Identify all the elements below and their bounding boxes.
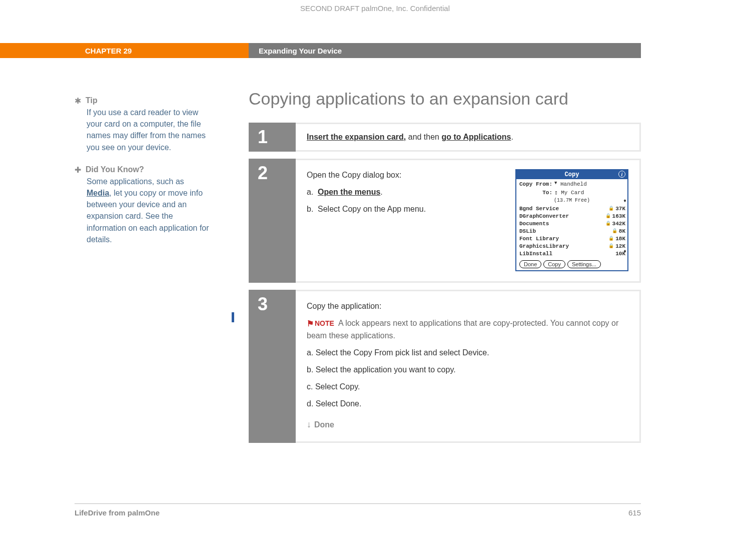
page-number: 615 bbox=[628, 508, 641, 517]
scroll-down-icon[interactable]: ♦ bbox=[623, 248, 626, 255]
step1-end: . bbox=[511, 133, 513, 141]
step-2-number-cell: 2 bbox=[249, 159, 296, 283]
lock-icon: 🔒 bbox=[612, 228, 617, 235]
step-3-number-cell: 3 bbox=[249, 290, 296, 443]
step2-a-end: . bbox=[380, 188, 382, 196]
tip-block: ✱Tip If you use a card reader to view yo… bbox=[75, 96, 210, 153]
list-item: Bgnd Service🔒37K bbox=[519, 205, 625, 213]
note-icon: ⚑ bbox=[307, 318, 314, 330]
note-label: NOTE bbox=[315, 319, 334, 327]
done-row: ↓Done bbox=[307, 418, 628, 431]
chapter-bar: CHAPTER 29 Expanding Your Device bbox=[0, 43, 750, 58]
copy-button[interactable]: Copy bbox=[543, 260, 565, 268]
main-content: Copying applications to an expansion car… bbox=[249, 89, 641, 450]
chapter-title-cell: Expanding Your Device bbox=[249, 43, 641, 58]
step2-a-letter: a. bbox=[307, 186, 318, 198]
list-item: Documents🔒342K bbox=[519, 220, 625, 228]
lock-icon: 🔒 bbox=[608, 206, 614, 213]
free-space: (13.7M Free) bbox=[519, 197, 624, 204]
change-bar-icon bbox=[232, 312, 234, 322]
open-menus-link[interactable]: Open the menus bbox=[318, 188, 380, 196]
done-button[interactable]: Done bbox=[519, 260, 541, 268]
list-item: GraphicsLibrary🔒12K bbox=[519, 243, 625, 250]
asterisk-icon: ✱ bbox=[75, 96, 83, 106]
sidebar: ✱Tip If you use a card reader to view yo… bbox=[75, 96, 210, 257]
step2-b: b.Select Copy on the App menu. bbox=[307, 203, 507, 215]
step2-b-text: Select Copy on the App menu. bbox=[318, 205, 426, 213]
tip-body: If you use a card reader to view your ca… bbox=[87, 107, 210, 153]
palm-copy-dialog: Copy i Copy From: ▼ Handheld To: ▯ My Ca… bbox=[515, 169, 628, 271]
list-item: DGraphConverter🔒163K bbox=[519, 213, 625, 220]
go-to-applications-link[interactable]: go to Applications bbox=[441, 133, 511, 141]
step-2-number: 2 bbox=[258, 163, 268, 184]
scroll-up-icon[interactable]: ♦ bbox=[623, 197, 626, 205]
lock-icon: 🔒 bbox=[605, 221, 611, 228]
confidential-header: SECOND DRAFT palmOne, Inc. Confidential bbox=[0, 4, 750, 13]
step-1-number-cell: 1 bbox=[249, 123, 296, 152]
lock-icon: 🔒 bbox=[608, 243, 614, 250]
done-label: Done bbox=[314, 420, 334, 429]
media-link[interactable]: Media bbox=[87, 189, 109, 197]
footer: LifeDrive from palmOne 615 bbox=[75, 508, 641, 517]
copy-to-value: My Card bbox=[558, 189, 584, 197]
step-1-body: Insert the expansion card, and then go t… bbox=[296, 123, 641, 152]
done-arrow-icon: ↓ bbox=[307, 418, 311, 431]
insert-card-link[interactable]: Insert the expansion card, bbox=[307, 133, 406, 141]
chapter-number-cell: CHAPTER 29 bbox=[0, 43, 249, 58]
step-1: 1 Insert the expansion card, and then go… bbox=[249, 123, 641, 152]
settings-button[interactable]: Settings... bbox=[567, 260, 601, 268]
note-row: ⚑NOTE A lock appears next to application… bbox=[307, 317, 628, 342]
step-2-body: Open the Copy dialog box: a.Open the men… bbox=[296, 159, 641, 283]
palm-app-list[interactable]: Bgnd Service🔒37K DGraphConverter🔒163K Do… bbox=[516, 205, 627, 258]
step2-intro: Open the Copy dialog box: bbox=[307, 169, 507, 181]
footer-divider bbox=[75, 503, 641, 504]
lock-icon: 🔒 bbox=[605, 213, 611, 220]
step-3-body: Copy the application: ⚑NOTE A lock appea… bbox=[296, 290, 641, 443]
step3-b: b. Select the application you want to co… bbox=[307, 364, 628, 376]
info-icon[interactable]: i bbox=[618, 171, 625, 178]
step-1-number: 1 bbox=[258, 127, 268, 148]
step-3: 3 Copy the application: ⚑NOTE A lock app… bbox=[249, 290, 641, 443]
list-item: Font Library🔒18K bbox=[519, 235, 625, 243]
step-2: 2 Open the Copy dialog box: a.Open the m… bbox=[249, 159, 641, 283]
step-3-number: 3 bbox=[258, 294, 268, 315]
step2-a: a.Open the menus. bbox=[307, 186, 507, 198]
did-you-know-block: ✚Did You Know? Some applications, such a… bbox=[75, 165, 210, 245]
palm-meta: Copy From: ▼ Handheld To: ▯ My Card (13.… bbox=[516, 179, 627, 204]
plus-icon: ✚ bbox=[75, 165, 83, 175]
list-item: DSLib🔒8K bbox=[519, 228, 625, 235]
copy-from-value[interactable]: Handheld bbox=[557, 180, 586, 189]
card-icon: ▯ bbox=[554, 189, 558, 197]
palm-title: Copy bbox=[565, 170, 579, 179]
dyk-body: Some applications, such as Media, let yo… bbox=[87, 176, 210, 245]
copy-to-label: To: bbox=[519, 189, 554, 197]
scroll-arrows[interactable]: ♦ ♦ bbox=[623, 197, 626, 255]
dyk-prefix: Some applications, such as bbox=[87, 177, 184, 186]
step2-b-letter: b. bbox=[307, 203, 318, 215]
tip-label: Tip bbox=[86, 96, 98, 105]
chapter-number: CHAPTER 29 bbox=[85, 47, 132, 55]
dyk-label: Did You Know? bbox=[86, 165, 144, 174]
note-text: A lock appears next to applications that… bbox=[307, 319, 618, 340]
step3-c: c. Select Copy. bbox=[307, 381, 628, 393]
lock-icon: 🔒 bbox=[608, 236, 614, 243]
step1-mid: and then bbox=[406, 133, 441, 141]
copy-from-label: Copy From: bbox=[519, 180, 554, 189]
palm-titlebar: Copy i bbox=[516, 170, 627, 179]
step3-d: d. Select Done. bbox=[307, 398, 628, 410]
chapter-title: Expanding Your Device bbox=[259, 47, 342, 55]
footer-product: LifeDrive from palmOne bbox=[75, 508, 160, 517]
list-item: LibInstall10K bbox=[519, 250, 625, 258]
step3-a: a. Select the Copy From pick list and se… bbox=[307, 347, 628, 359]
page-title: Copying applications to an expansion car… bbox=[249, 89, 641, 109]
step3-intro: Copy the application: bbox=[307, 300, 628, 312]
